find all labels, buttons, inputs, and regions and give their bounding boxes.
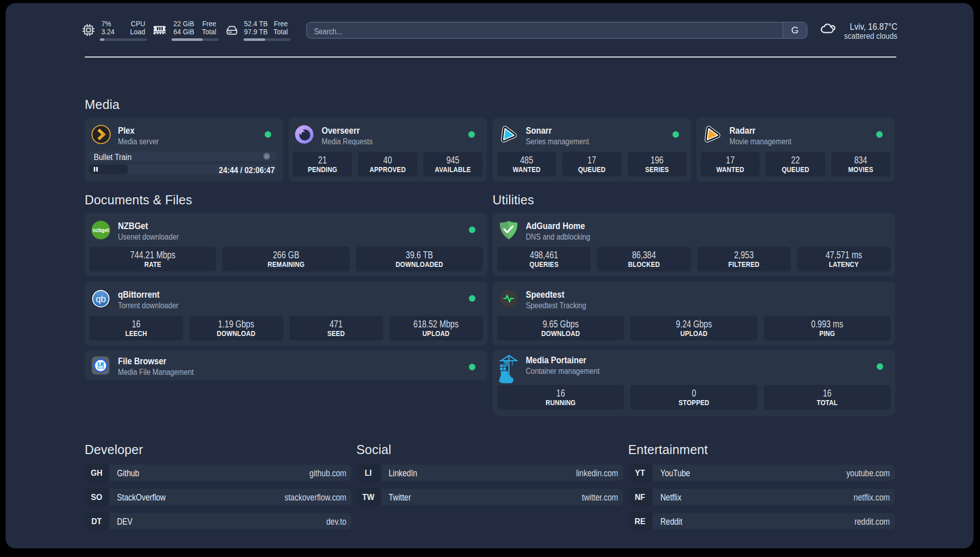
svg-text:qb: qb: [96, 294, 106, 304]
svg-text:nzbget: nzbget: [93, 228, 109, 233]
